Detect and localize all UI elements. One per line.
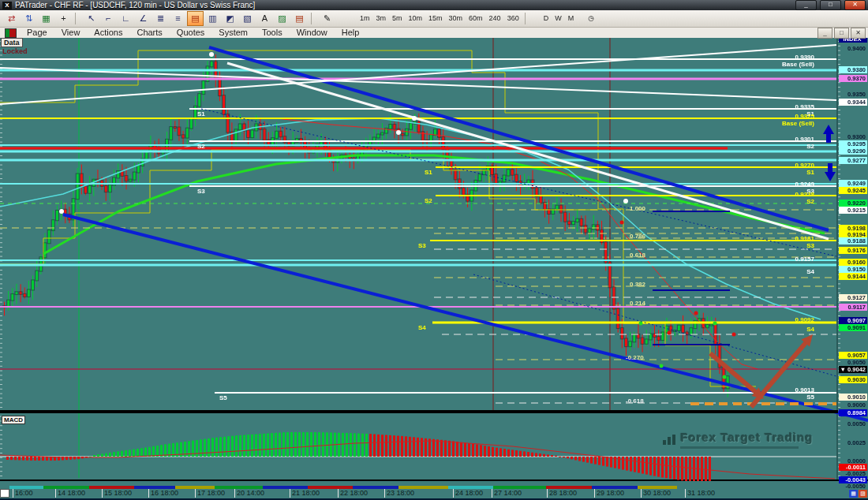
price-axis-label-0.9176: 0.9176 <box>839 247 867 254</box>
time-axis-corner-box <box>0 489 9 498</box>
window-minimize-button[interactable]: _ <box>795 0 817 10</box>
period-button-D[interactable]: D <box>541 13 552 24</box>
price-axis-label-0.9144: 0.9144 <box>839 273 867 280</box>
window-title: PATrader - CHF RF - [USDCHF, 120 min - U… <box>15 1 792 9</box>
data-tab[interactable]: Data <box>1 38 23 47</box>
price-axis-label-0.9220: 0.9220 <box>839 200 867 207</box>
menu-view[interactable]: View <box>54 28 88 38</box>
price-axis-label-0.9277: 0.9277 <box>839 157 867 164</box>
crosshair-icon[interactable]: + <box>55 11 72 26</box>
price-axis[interactable]: INDEX0.94000.93800.93700.93500.93440.930… <box>838 37 868 500</box>
timeframe-button-10m[interactable]: 10m <box>406 13 426 24</box>
timeframe-button-60m[interactable]: 60m <box>466 13 486 24</box>
period-group: DWM <box>541 13 578 24</box>
time-axis-label: 21 18:00 <box>290 489 320 498</box>
title-bar[interactable]: X PATrader - CHF RF - [USDCHF, 120 min -… <box>0 0 868 10</box>
watermark-text: Forex Target Trading <box>680 431 813 444</box>
regression-tool-icon[interactable]: ▨ <box>274 11 290 26</box>
draw-tool-icon[interactable]: ✎ <box>319 11 335 26</box>
scroll-chart-icon[interactable]: ⇄ <box>3 11 20 26</box>
toolbar-separator <box>525 13 530 24</box>
price-axis-label-0.9091: 0.9091 <box>839 324 867 331</box>
fib-retracement-tool-icon[interactable]: ≣ <box>152 11 169 26</box>
time-axis-label: 15 18:00 <box>102 489 132 498</box>
menu-charts[interactable]: Charts <box>129 28 169 38</box>
child-restore-button[interactable]: □ <box>834 28 849 39</box>
menu-quotes[interactable]: Quotes <box>170 28 211 38</box>
price-axis-label-0.9097: 0.9097 <box>839 317 867 324</box>
levels-tool-icon[interactable]: ▤ <box>291 11 308 26</box>
timeframe-button-3m[interactable]: 3m <box>373 13 390 24</box>
child-minimize-button[interactable]: _ <box>817 28 832 39</box>
price-axis-label-0.9380: 0.9380 <box>839 66 867 73</box>
clock-icon[interactable]: ◷ <box>585 13 597 24</box>
time-axis[interactable]: 16:0014 18:0015 18:0016 18:0017 18:0020 … <box>0 481 868 500</box>
price-axis-label-0.9290: 0.9290 <box>839 147 867 155</box>
price-axis-label-0.9245: 0.9245 <box>839 187 867 194</box>
price-axis-label-▼0.9042: ▼ 0.9042 <box>839 366 867 373</box>
timeframe-button-1m[interactable]: 1m <box>357 13 373 24</box>
menu-actions[interactable]: Actions <box>87 28 129 38</box>
snap-chart-icon[interactable]: ⇅ <box>21 11 37 26</box>
locked-label: Locked <box>2 47 28 55</box>
fib-levels-tool-icon[interactable]: ≡ <box>170 11 186 26</box>
text-tool-icon[interactable]: A <box>256 11 273 26</box>
price-levels-tool-icon[interactable]: ▤ <box>187 11 204 26</box>
menu-help[interactable]: Help <box>335 28 367 38</box>
trendline-tool-icon[interactable]: ∠ <box>135 11 152 26</box>
menu-bar: PageViewActionsChartsQuotesSystemToolsWi… <box>0 28 868 38</box>
menu-tools[interactable]: Tools <box>255 28 290 38</box>
chart-canvas[interactable] <box>0 0 868 500</box>
horizontal-line-tool-icon[interactable]: ⌐ <box>100 11 117 26</box>
time-axis-label: 16:00 <box>13 489 33 498</box>
price-axis-label-0.9215: 0.9215 <box>839 207 867 214</box>
time-axis-label: 17 18:00 <box>195 489 225 498</box>
price-axis-label-0.0050: 0.0050 <box>839 420 867 427</box>
time-axis-label: 24 18:00 <box>453 489 483 498</box>
price-axis-label-0.9188: 0.9188 <box>839 237 867 244</box>
time-axis-label: 16 18:00 <box>148 489 178 498</box>
price-axis-label-0.9127: 0.9127 <box>839 294 867 301</box>
timeframe-button-30m[interactable]: 30m <box>446 13 466 24</box>
price-axis-label-0.9400: 0.9400 <box>839 45 867 52</box>
patrader-window: { "window": { "title": "PATrader - CHF R… <box>0 0 868 500</box>
price-axis-label-0.9117: 0.9117 <box>839 304 867 311</box>
price-axis-label-0.0025: 0.0025 <box>839 439 867 446</box>
pointer-tool-icon[interactable]: ↖ <box>83 11 99 26</box>
period-button-W[interactable]: W <box>552 13 565 24</box>
price-axis-label-0.8984: 0.8984 <box>839 409 867 416</box>
child-close-button[interactable]: ✕ <box>851 28 866 39</box>
menu-system[interactable]: System <box>211 28 255 38</box>
new-chart-icon[interactable]: ▦ <box>38 11 54 26</box>
gann-tool-icon[interactable]: ◩ <box>222 11 238 26</box>
window-close-button[interactable]: ✕ <box>844 0 866 10</box>
channel-tool-icon[interactable]: ▧ <box>239 11 256 26</box>
chart-menu-icon <box>5 28 17 38</box>
pivot-levels-tool-icon[interactable]: ▥ <box>204 11 221 26</box>
toolbar-separator <box>75 13 80 24</box>
macd-indicator-tab[interactable]: MACD <box>2 416 25 424</box>
timeframe-button-360[interactable]: 360 <box>504 13 522 24</box>
time-axis-label: 14 18:00 <box>55 489 85 498</box>
time-axis-label: 27 14:00 <box>492 489 522 498</box>
watermark-subline <box>680 446 799 449</box>
timeframe-button-5m[interactable]: 5m <box>389 13 406 24</box>
menu-items: PageViewActionsChartsQuotesSystemToolsWi… <box>20 28 366 38</box>
price-axis-label-0.9295: 0.9295 <box>839 140 867 147</box>
time-axis-label: 31 18:00 <box>685 489 715 498</box>
time-axis-label: 29 18:00 <box>594 489 624 498</box>
menu-window[interactable]: Window <box>290 28 335 38</box>
price-axis-label-0.9030: 0.9030 <box>839 376 867 383</box>
time-axis-label: 23 18:00 <box>384 489 414 498</box>
vertical-line-tool-icon[interactable]: ∟ <box>118 11 134 26</box>
timeframe-button-240[interactable]: 240 <box>486 13 504 24</box>
timeframe-button-15m[interactable]: 15m <box>425 13 446 24</box>
menu-page[interactable]: Page <box>20 28 54 38</box>
period-button-M[interactable]: M <box>565 13 578 24</box>
window-maximize-button[interactable]: □ <box>820 0 841 10</box>
watermark-logo-bar <box>663 440 666 445</box>
price-axis-label-0.9000: 0.9000 <box>839 401 867 409</box>
price-axis-label-0.9160: 0.9160 <box>839 259 867 266</box>
time-axis-label: 20 14:00 <box>234 489 264 498</box>
price-axis-label-0.9057: 0.9057 <box>839 352 867 359</box>
